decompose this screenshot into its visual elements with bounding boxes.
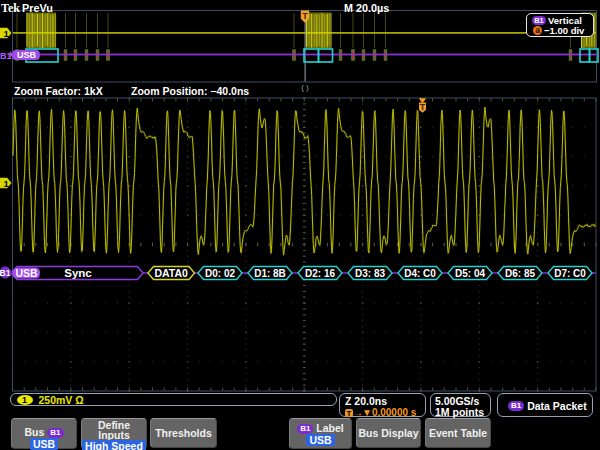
svg-text:B1: B1 <box>0 268 11 278</box>
svg-text:1: 1 <box>4 178 10 189</box>
svg-text:D6: 85: D6: 85 <box>505 268 535 279</box>
svg-text:T: T <box>302 11 308 21</box>
svg-text:B1: B1 <box>0 51 12 61</box>
svg-text:1: 1 <box>4 28 10 39</box>
svg-text:USB: USB <box>17 50 37 60</box>
svg-text:USB: USB <box>15 267 38 279</box>
svg-text:D5: 04: D5: 04 <box>455 268 485 279</box>
svg-text:( ): ( ) <box>301 83 309 92</box>
svg-text:D4: C0: D4: C0 <box>404 268 436 279</box>
svg-text:D1: 8B: D1: 8B <box>254 268 286 279</box>
svg-text:T: T <box>420 102 426 112</box>
svg-text:Sync: Sync <box>64 267 92 279</box>
svg-text:D7: C0: D7: C0 <box>554 268 586 279</box>
svg-text:D3: 83: D3: 83 <box>355 268 385 279</box>
svg-text:D0: 02: D0: 02 <box>205 268 235 279</box>
svg-text:D2: 16: D2: 16 <box>305 268 335 279</box>
svg-text:DATA0: DATA0 <box>154 267 188 279</box>
